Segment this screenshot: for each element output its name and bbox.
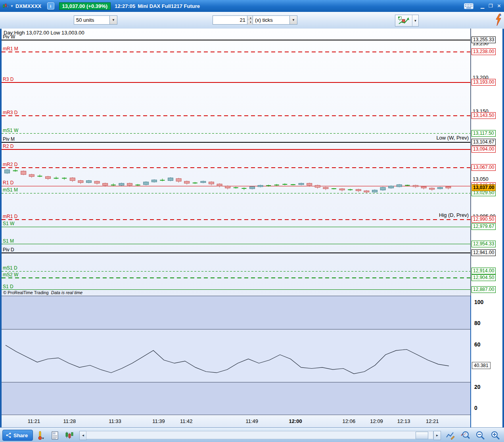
level-label-ms1-m: mS1 M	[3, 187, 18, 193]
candle-body-down	[446, 187, 451, 188]
minimize-button[interactable]: ▁	[479, 2, 486, 10]
keyboard-icon[interactable]	[464, 3, 473, 9]
rsi-line	[6, 345, 449, 374]
chevron-down-icon[interactable]: ▼	[109, 16, 117, 24]
chart-tools-icon[interactable]	[445, 430, 456, 440]
candle-body-up	[258, 186, 263, 187]
rsi-lower-band	[2, 382, 470, 415]
share-icon	[6, 432, 11, 438]
price-axis-tick: 13,050	[473, 176, 489, 182]
close-button[interactable]: ✕	[496, 2, 502, 10]
scroll-right-button[interactable]: ►	[433, 431, 441, 440]
level-label-piv-d: Piv D	[3, 247, 14, 253]
units-select[interactable]: 50 units ▼	[74, 15, 117, 25]
level-label-ms1-d: mS1 D	[3, 265, 17, 271]
chevron-down-icon[interactable]: ▼	[10, 4, 13, 8]
level-label-ms1-w: mS1 W	[3, 128, 18, 133]
candles-view-icon[interactable]	[64, 431, 75, 440]
zoom-in-icon[interactable]	[490, 430, 501, 440]
candle-body-down	[184, 181, 190, 183]
level-label-mr1-d: mR1 D	[3, 214, 17, 219]
time-axis-label: 12:00	[289, 418, 302, 424]
candle-body-up	[372, 190, 378, 192]
lightning-icon[interactable]	[495, 13, 502, 28]
candle-body-down	[78, 181, 83, 183]
rsi-line-series	[2, 296, 470, 415]
chart-toolbar: 50 units ▼ ▲▼ (x) ticks ▼ ▼	[0, 12, 504, 29]
indicator-scale-label: 0	[474, 405, 477, 411]
price-box-s1-m: 12,954.33	[471, 241, 496, 247]
interval-stepper[interactable]: ▲▼	[213, 15, 254, 25]
chart-type-icon	[395, 15, 412, 26]
price-box-ms1-w: 13,117.50	[471, 130, 496, 137]
bottom-toolbar: Share ◄	[0, 427, 504, 442]
current-price-box: 13,037.00	[471, 184, 496, 191]
rsi-upper-band	[2, 296, 470, 329]
level-label-s1-d: S1 D	[3, 284, 13, 289]
time-axis-label: 12:09	[370, 418, 383, 424]
titlebar: ▼ DXMXXXX i 13,037.00 (+0.39%) 12:27:05 …	[0, 0, 504, 12]
price-chart[interactable]: Day:High 13,072.00 Low 13,003.00 © ProRe…	[2, 29, 471, 296]
price-box-s1-w: 12,979.67	[471, 223, 496, 230]
indicator-scale-label: 80	[474, 320, 481, 326]
maximize-button[interactable]: ❐	[487, 2, 494, 10]
candle-body-up	[380, 188, 385, 190]
candlestick-series	[2, 29, 470, 296]
time-axis-label: 12:06	[343, 418, 356, 424]
scrollbar-track[interactable]	[86, 431, 433, 439]
interval-input[interactable]	[213, 16, 247, 24]
price-box-piv-m: 13,104.67	[471, 139, 496, 145]
time-axis[interactable]: 11:2111:2811:3311:3911:4211:4912:0012:06…	[2, 415, 470, 428]
candle-body-down	[70, 178, 75, 181]
time-axis-label: 11:39	[152, 418, 165, 424]
candle-body-up	[86, 181, 92, 183]
level-label-piv-m: Piv M	[3, 136, 15, 142]
price-box-mr2-d: 13,067.00	[471, 164, 496, 171]
level-label-mr3-d: mR3 D	[3, 110, 17, 115]
candle-body-up	[168, 178, 173, 181]
price-box-piv-d: 12,941.00	[471, 249, 496, 256]
indicator-scale-label: 20	[474, 384, 481, 390]
day-high-low-label: Day:High 13,072.00 Low 13,003.00	[4, 30, 84, 36]
level-label-ms2-w: mS2 W	[3, 272, 18, 277]
candle-body-down	[29, 174, 34, 176]
price-box-mr1-d: 12,990.50	[471, 216, 496, 223]
zoom-out-icon[interactable]	[475, 430, 486, 440]
rsi-indicator-pane[interactable]	[2, 296, 470, 415]
zoom-selection-icon[interactable]	[460, 430, 471, 440]
instrument-label: Mini DAX Full1217 Future	[138, 3, 200, 9]
candle-body-down	[307, 183, 312, 185]
price-axis[interactable]: 13,255.3313,238.0013,193.0013,143.5013,1…	[471, 29, 502, 427]
chevron-down-icon[interactable]: ▼	[289, 16, 297, 24]
candle-body-down	[323, 188, 328, 189]
thermometer-icon[interactable]	[36, 431, 46, 440]
time-axis-label: 11:33	[109, 418, 121, 424]
share-button-label: Share	[13, 432, 28, 438]
realtime-note: Data is real time	[51, 290, 82, 295]
news-icon[interactable]	[50, 431, 60, 440]
price-box-s1-d: 12,887.00	[471, 286, 496, 293]
interval-unit-select[interactable]: (x) ticks ▼	[253, 15, 297, 25]
time-axis-label: 11:28	[63, 418, 76, 424]
candle-body-down	[364, 191, 369, 192]
chevron-down-icon[interactable]: ▼	[412, 15, 418, 26]
candle-body-down	[315, 186, 320, 188]
info-icon[interactable]: i	[47, 2, 54, 10]
candle-body-up	[250, 187, 255, 189]
copyright-label: © ProRealTime TradingData is real time	[3, 290, 82, 295]
app-window: ▼ DXMXXXX i 13,037.00 (+0.39%) 12:27:05 …	[0, 0, 504, 442]
symbol-label[interactable]: DXMXXXX	[15, 3, 42, 9]
time-axis-label: 11:21	[28, 418, 40, 424]
candle-body-up	[151, 180, 157, 182]
chart-type-button[interactable]: ▼	[395, 15, 419, 27]
candle-body-up	[299, 183, 304, 184]
share-button[interactable]: Share	[2, 430, 33, 441]
level-label-r3-d: R3 D	[3, 77, 13, 82]
candle-body-up	[119, 183, 124, 185]
candlestick-chart-icon[interactable]	[3, 3, 9, 9]
candle-body-down	[217, 184, 222, 186]
scrollbar-thumb[interactable]	[416, 432, 428, 439]
candle-body-down	[209, 182, 214, 184]
indicator-scale-label: 100	[474, 299, 483, 305]
price-box-ms1-d: 12,914.00	[471, 268, 496, 274]
